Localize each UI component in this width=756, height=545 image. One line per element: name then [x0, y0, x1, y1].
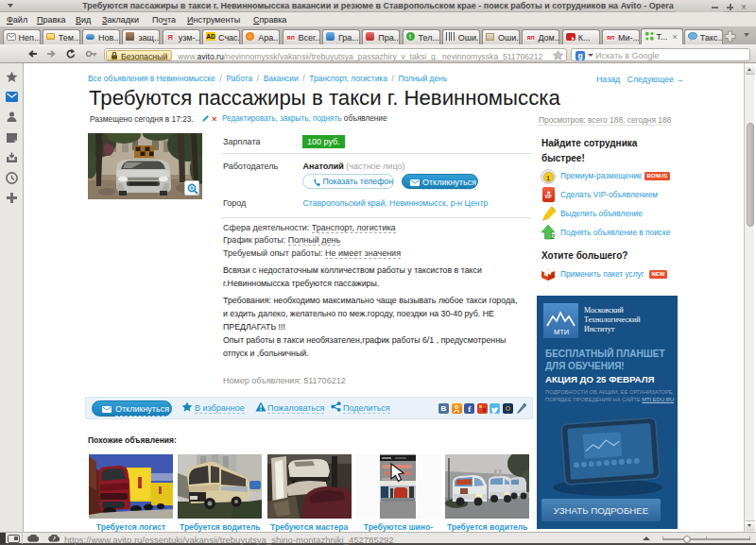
svg-text:МТИ: МТИ — [554, 328, 569, 336]
svg-text:2: 2 — [551, 232, 556, 241]
